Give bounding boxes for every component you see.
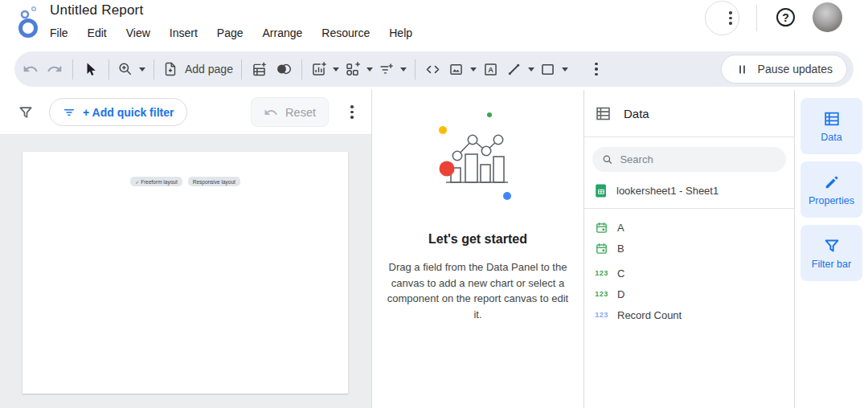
freeform-layout-label: Freeform layout bbox=[141, 179, 178, 185]
select-tool-button[interactable] bbox=[79, 55, 103, 83]
looker-studio-logo bbox=[14, 5, 43, 42]
toolbar-divider bbox=[241, 59, 242, 80]
dropdown-caret-icon bbox=[139, 67, 145, 71]
kebab-menu-icon bbox=[724, 11, 737, 25]
undo-button[interactable] bbox=[18, 55, 43, 83]
undo-icon bbox=[23, 61, 39, 77]
funnel-icon bbox=[823, 237, 841, 255]
dropdown-caret-icon bbox=[366, 67, 373, 71]
getting-started-body: Drag a field from the Data Panel to the … bbox=[387, 259, 569, 322]
filter-lines-icon bbox=[63, 106, 76, 119]
filter-bar-more-button[interactable] bbox=[346, 105, 358, 119]
reset-undo-icon bbox=[264, 105, 278, 120]
data-panel: Data lookersheet1 - Sheet1 A B bbox=[584, 90, 795, 408]
add-chart-button[interactable] bbox=[308, 55, 342, 83]
data-source-row[interactable]: lookersheet1 - Sheet1 bbox=[584, 172, 794, 208]
redo-button[interactable] bbox=[43, 55, 67, 83]
menu-insert[interactable]: Insert bbox=[170, 27, 198, 39]
zoom-tool-button[interactable] bbox=[115, 55, 148, 83]
embed-icon bbox=[424, 61, 441, 78]
rail-filter-bar-button[interactable]: Filter bar bbox=[800, 225, 862, 281]
toolbar-divider bbox=[415, 59, 416, 80]
dropdown-caret-icon bbox=[470, 67, 477, 71]
embed-url-button[interactable] bbox=[421, 55, 445, 83]
add-control-button[interactable] bbox=[375, 55, 409, 83]
menu-file[interactable]: File bbox=[50, 27, 68, 39]
line-icon bbox=[506, 61, 522, 78]
add-page-icon bbox=[162, 61, 178, 77]
field-row-a[interactable]: A bbox=[595, 217, 784, 238]
search-input[interactable] bbox=[620, 153, 776, 165]
blend-data-button[interactable] bbox=[272, 55, 296, 83]
field-row-b[interactable]: B bbox=[595, 238, 784, 259]
user-avatar[interactable] bbox=[813, 2, 842, 32]
community-viz-icon bbox=[344, 61, 361, 78]
shape-tool-button[interactable] bbox=[537, 55, 571, 83]
toolbar: Add page A bbox=[14, 51, 854, 87]
search-box[interactable] bbox=[592, 147, 786, 172]
numeric-type-icon: 123 bbox=[595, 269, 608, 277]
pause-updates-button[interactable]: Pause updates bbox=[721, 55, 847, 84]
field-row-d[interactable]: 123 D bbox=[595, 284, 784, 304]
toolbar-divider bbox=[108, 59, 109, 80]
field-row-record-count[interactable]: 123 Record Count bbox=[595, 304, 784, 325]
data-source-name: lookersheet1 - Sheet1 bbox=[616, 185, 719, 197]
data-table-icon bbox=[823, 110, 841, 128]
menu-edit[interactable]: Edit bbox=[88, 27, 107, 39]
help-icon[interactable]: ? bbox=[776, 8, 795, 27]
add-data-button[interactable] bbox=[248, 55, 272, 83]
more-options-button[interactable] bbox=[705, 1, 739, 35]
menu-arrange[interactable]: Arrange bbox=[263, 27, 303, 39]
top-bar: Untitled Report File Edit View Insert Pa… bbox=[0, 0, 868, 48]
data-table-icon bbox=[595, 105, 612, 122]
toolbar-divider bbox=[154, 59, 154, 80]
main-area: + Add quick filter Reset ✓ Freeform layo… bbox=[0, 90, 868, 408]
dropdown-caret-icon bbox=[400, 67, 407, 71]
image-icon bbox=[448, 61, 465, 78]
topbar-divider bbox=[756, 5, 757, 31]
toolbar-divider bbox=[72, 59, 73, 80]
report-page[interactable]: ✓ Freeform layout Responsive layout bbox=[23, 152, 348, 394]
reset-button[interactable]: Reset bbox=[251, 97, 329, 127]
menu-help[interactable]: Help bbox=[389, 27, 412, 39]
quick-filter-bar: + Add quick filter Reset bbox=[0, 90, 371, 135]
add-data-icon bbox=[251, 61, 268, 78]
text-box-icon: A bbox=[482, 61, 499, 78]
dropdown-caret-icon bbox=[528, 67, 534, 71]
rail-data-button[interactable]: Data bbox=[800, 98, 862, 154]
add-quick-filter-label: + Add quick filter bbox=[83, 106, 174, 119]
menu-page[interactable]: Page bbox=[217, 27, 244, 39]
field-name: B bbox=[617, 243, 624, 255]
numeric-type-icon: 123 bbox=[595, 311, 608, 319]
add-control-icon bbox=[378, 61, 395, 78]
community-visualizations-button[interactable] bbox=[342, 55, 375, 83]
zoom-icon bbox=[117, 61, 133, 77]
blend-data-icon bbox=[274, 61, 293, 77]
calendar-icon bbox=[595, 221, 608, 235]
text-box-button[interactable]: A bbox=[479, 55, 503, 83]
redo-icon bbox=[47, 61, 63, 77]
report-canvas-background: ✓ Freeform layout Responsive layout bbox=[0, 135, 371, 408]
freeform-layout-chip[interactable]: ✓ Freeform layout bbox=[130, 177, 182, 186]
green-dot bbox=[487, 112, 492, 117]
line-tool-button[interactable] bbox=[503, 55, 537, 83]
responsive-layout-label: Responsive layout bbox=[193, 179, 235, 185]
report-title[interactable]: Untitled Report bbox=[50, 2, 143, 18]
rail-properties-button[interactable]: Properties bbox=[800, 161, 862, 218]
menu-bar: File Edit View Insert Page Arrange Resou… bbox=[50, 27, 412, 39]
yellow-dot bbox=[439, 126, 447, 134]
shape-icon bbox=[539, 61, 556, 78]
field-name: D bbox=[617, 288, 624, 300]
add-page-button[interactable]: Add page bbox=[160, 55, 235, 83]
toolbar-more-button[interactable] bbox=[571, 55, 605, 83]
rail-data-label: Data bbox=[821, 132, 841, 143]
dropdown-caret-icon bbox=[333, 67, 339, 71]
add-quick-filter-button[interactable]: + Add quick filter bbox=[49, 98, 187, 126]
menu-resource[interactable]: Resource bbox=[321, 27, 370, 39]
responsive-layout-chip[interactable]: Responsive layout bbox=[188, 177, 240, 186]
menu-view[interactable]: View bbox=[126, 27, 150, 39]
kebab-menu-icon bbox=[590, 63, 603, 76]
getting-started-title: Let's get started bbox=[428, 232, 527, 247]
insert-image-button[interactable] bbox=[445, 55, 479, 83]
field-row-c[interactable]: 123 C bbox=[595, 263, 784, 284]
